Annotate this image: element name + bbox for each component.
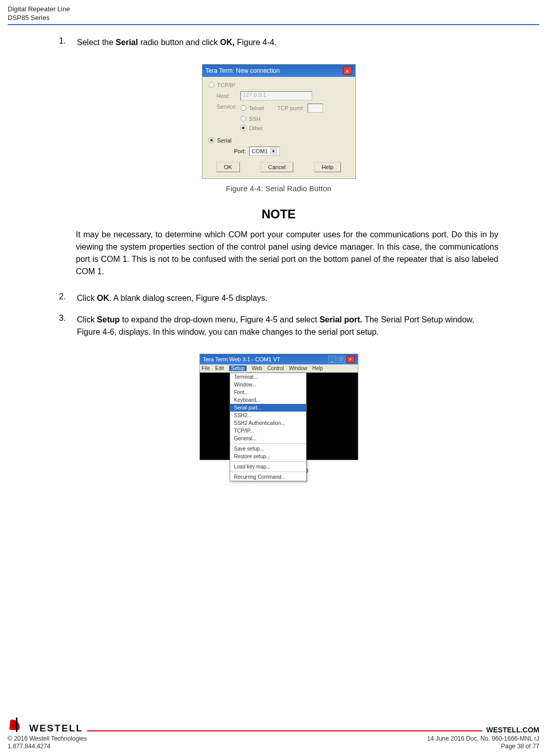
- step-body: Click OK. A blank dialog screen, Figure …: [77, 292, 498, 304]
- menu-item[interactable]: Recurring Command...: [230, 473, 306, 481]
- note-body: It may be necessary, to determine which …: [76, 229, 498, 278]
- menu-item[interactable]: TCP/IP...: [230, 427, 306, 435]
- host-input[interactable]: 127.0.0.1: [240, 91, 312, 100]
- menu-item[interactable]: Save setup...: [230, 445, 306, 453]
- step-2: 2. Click OK. A blank dialog screen, Figu…: [59, 292, 498, 304]
- step-1: 1. Select the Serial radio button and cl…: [59, 36, 498, 49]
- port-dropdown[interactable]: COM1 ▾: [249, 147, 280, 156]
- chevron-down-icon: ▾: [270, 148, 277, 155]
- menu-item[interactable]: SSH2...: [230, 412, 306, 419]
- serial-label: Serial: [217, 137, 232, 144]
- header-line2: DSP85 Series: [8, 14, 539, 23]
- westell-logo-text: WESTELL: [29, 723, 83, 734]
- telnet-label: Telnet: [249, 105, 264, 111]
- tcpport-input[interactable]: [308, 104, 323, 113]
- ok-button[interactable]: OK: [216, 162, 240, 172]
- port-label: Port:: [234, 148, 246, 154]
- dialog-title: Tera Term: New connection: [206, 67, 280, 74]
- page-header: Digital Repeater Line DSP85 Series: [8, 5, 539, 23]
- figure-4-4-caption: Figure 4-4: Serial Radio Button: [59, 184, 498, 193]
- menu-item[interactable]: Restore setup...: [230, 453, 306, 460]
- tera-term-window: Tera Term Web 3.1 - COM1 VT _ □ × File E…: [199, 354, 358, 460]
- ssh-radio[interactable]: [240, 116, 246, 121]
- menu-separator: [230, 461, 306, 462]
- westell-logo-icon: [8, 717, 28, 734]
- menu-separator: [230, 443, 306, 444]
- serial-radio[interactable]: [209, 137, 214, 143]
- step-body: Click Setup to expand the drop-down menu…: [77, 314, 498, 338]
- other-label: Other: [249, 125, 264, 131]
- host-label: Host:: [217, 93, 237, 99]
- menu-help[interactable]: Help: [312, 365, 323, 371]
- figure-4-5: Tera Term Web 3.1 - COM1 VT _ □ × File E…: [59, 354, 498, 474]
- tera-term-new-connection-dialog: Tera Term: New connection × TCP/IP Host:…: [202, 64, 356, 179]
- header-line1: Digital Repeater Line: [8, 5, 539, 14]
- tcpport-label: TCP port#:: [277, 105, 305, 111]
- footer-rule: [87, 730, 482, 731]
- tcpip-label: TCP/IP: [217, 82, 235, 88]
- ssh-label: SSH: [249, 116, 261, 122]
- dialog-titlebar: Tera Term: New connection ×: [202, 65, 355, 77]
- note-heading: NOTE: [59, 207, 498, 221]
- step-3: 3. Click Setup to expand the drop-down m…: [59, 314, 498, 338]
- menu-file[interactable]: File: [202, 365, 210, 371]
- menu-item[interactable]: Font...: [230, 389, 306, 396]
- footer-url: WESTELL.COM: [487, 726, 539, 734]
- service-label: Service:: [217, 104, 237, 110]
- menu-separator: [230, 472, 306, 472]
- setup-dropdown: Terminal...Window...Font...Keyboard...Se…: [230, 373, 307, 481]
- menu-item[interactable]: Window...: [230, 381, 306, 389]
- telnet-radio[interactable]: [240, 105, 246, 111]
- close-icon[interactable]: ×: [343, 67, 352, 75]
- menu-item[interactable]: Serial port...: [230, 404, 306, 412]
- window-title: Tera Term Web 3.1 - COM1 VT: [203, 356, 280, 362]
- menu-edit[interactable]: Edit: [215, 365, 224, 371]
- footer-phone: 1.877.844.4274: [8, 743, 87, 751]
- header-rule: [8, 24, 539, 25]
- step-body: Select the Serial radio button and click…: [77, 36, 498, 49]
- other-radio[interactable]: [240, 125, 246, 131]
- menu-setup[interactable]: Setup: [229, 365, 247, 371]
- menu-item[interactable]: Keyboard...: [230, 396, 306, 404]
- menu-item[interactable]: General...: [230, 435, 306, 442]
- cancel-button[interactable]: Cancel: [260, 162, 293, 172]
- page-footer: WESTELL WESTELL.COM © 2016 Westell Techn…: [8, 711, 539, 756]
- footer-page: Page 38 of 77: [427, 743, 539, 751]
- step-number: 1.: [59, 36, 77, 49]
- help-button[interactable]: Help: [314, 162, 341, 172]
- minimize-icon[interactable]: _: [328, 356, 336, 363]
- step-number: 2.: [59, 292, 77, 304]
- menu-item[interactable]: Terminal...: [230, 373, 306, 381]
- port-value: COM1: [252, 148, 268, 154]
- close-icon[interactable]: ×: [347, 356, 355, 363]
- menu-window[interactable]: Window: [289, 365, 308, 371]
- menu-web[interactable]: Web: [252, 365, 262, 371]
- menu-item[interactable]: SSH2 Authentication...: [230, 419, 306, 427]
- footer-docno: 14 June 2016 Doc. No. 960-1666-MNL rJ: [427, 735, 539, 743]
- main-content: 1. Select the Serial radio button and cl…: [8, 36, 539, 711]
- window-titlebar: Tera Term Web 3.1 - COM1 VT _ □ ×: [200, 354, 358, 364]
- figure-4-4: Tera Term: New connection × TCP/IP Host:…: [59, 64, 498, 193]
- tcpip-radio[interactable]: [209, 82, 214, 88]
- step-number: 3.: [59, 314, 77, 338]
- menu-control[interactable]: Control: [267, 365, 283, 371]
- maximize-icon[interactable]: □: [337, 356, 346, 363]
- footer-copyright: © 2016 Westell Technologies: [8, 735, 87, 743]
- menu-item[interactable]: Load key map...: [230, 463, 306, 471]
- menu-bar: File Edit Setup Web Control Window Help: [200, 364, 358, 373]
